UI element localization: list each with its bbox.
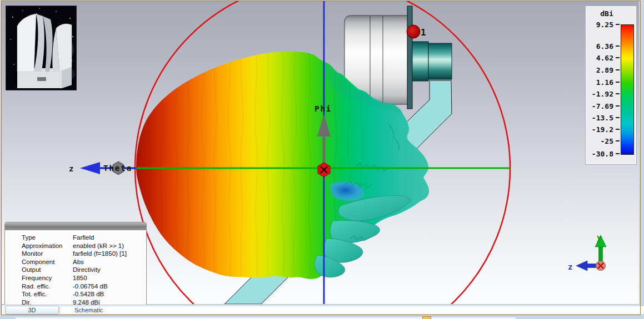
info-row: Approximationenabled (kR >> 1) [5, 242, 146, 250]
legend-colorbar [621, 24, 634, 155]
info-row: ComponentAbs [5, 258, 146, 266]
info-row: Tot. effic.-0.5428 dB [5, 290, 146, 298]
info-row: Frequency1850 [5, 274, 146, 282]
legend-tick: 6.36 [587, 42, 613, 50]
port-marker [407, 25, 420, 38]
info-label: Approximation [22, 242, 73, 250]
color-scale-legend: dBi 9.25 6.36 4.62 2.89 1.16 -1.92 -7.69… [585, 6, 637, 165]
tab-3d[interactable]: 3D [5, 306, 59, 315]
legend-tick: -7.69 [587, 102, 613, 110]
phi-label: Phi [314, 104, 332, 113]
info-value: -0.5428 dB [73, 290, 146, 298]
info-value: Abs [73, 258, 146, 266]
view-tab-bar: 3D Schematic [2, 305, 639, 315]
model-thumbnail-image [6, 6, 76, 90]
result-info-panel: TypeFarfield Approximationenabled (kR >>… [4, 222, 147, 305]
info-value: -0.06754 dB [73, 282, 146, 291]
info-panel-header[interactable] [5, 222, 146, 230]
z-axis-label: z [69, 164, 73, 173]
legend-tick: -25 [587, 137, 613, 145]
legend-tick: -30.8 [587, 150, 613, 158]
info-label: Type [22, 234, 73, 242]
corner-axes: y z [568, 233, 606, 271]
info-row: Monitorfarfield (f=1850) [1] [5, 250, 146, 258]
info-value: farfield (f=1850) [1] [73, 250, 146, 258]
corner-y-label: y [597, 233, 602, 242]
port-label: 1 [421, 27, 426, 38]
legend-tick: 1.16 [587, 78, 613, 86]
legend-tick: 9.25 [587, 21, 613, 28]
legend-tick: 4.62 [587, 54, 613, 62]
info-value: Farfield [73, 234, 146, 242]
info-label: Component [22, 258, 73, 266]
cst-3d-view-window: 1 [0, 0, 644, 319]
legend-tick: -13.5 [587, 114, 613, 121]
info-label: Tot. effic. [22, 290, 73, 298]
legend-tick: 2.89 [587, 66, 613, 74]
docked-panel-icon [422, 316, 431, 319]
info-row: Rad. effic.-0.06754 dB [5, 282, 146, 291]
info-value: Directivity [73, 266, 146, 274]
info-label: Rad. effic. [22, 282, 73, 291]
legend-title: dBi [586, 9, 628, 18]
model-thumbnail [6, 6, 77, 90]
info-row: OutputDirectivity [5, 266, 146, 274]
flange-plate [407, 6, 412, 109]
waveguide-section-1 [412, 42, 428, 81]
info-label: Monitor [22, 250, 73, 258]
info-label: Output [22, 266, 73, 274]
corner-z-label: z [568, 262, 572, 271]
legend-tick: -1.92 [587, 90, 613, 98]
legend-tick: -19.2 [587, 125, 613, 133]
info-row: TypeFarfield [5, 234, 146, 242]
info-label: Frequency [22, 274, 73, 282]
theta-label: Theta [103, 164, 132, 173]
info-value: enabled (kR >> 1) [73, 242, 146, 250]
waveguide-section-2 [428, 43, 452, 79]
tab-schematic[interactable]: Schematic [59, 306, 644, 315]
info-value: 1850 [73, 274, 146, 282]
